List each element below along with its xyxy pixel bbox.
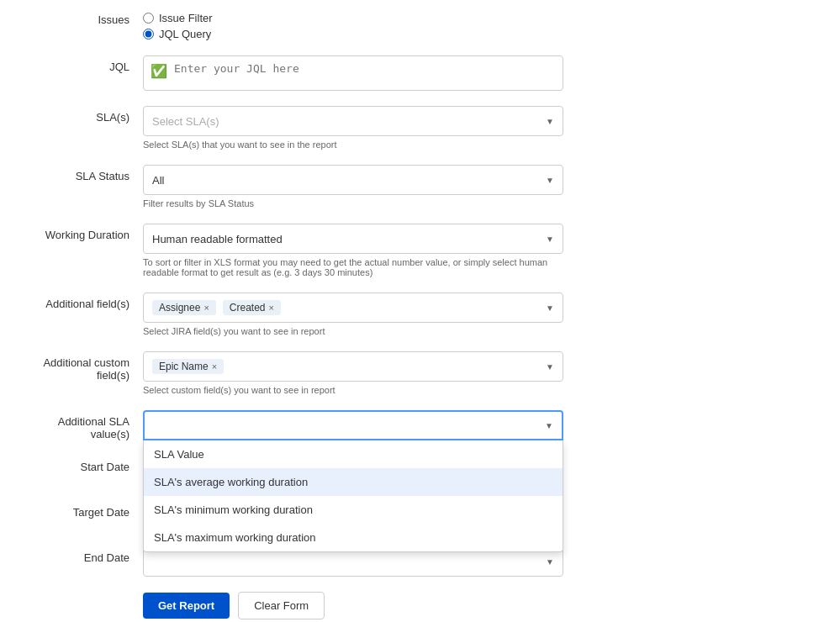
buttons-row: Get Report Clear Form — [17, 592, 823, 622]
additional-custom-hint: Select custom field(s) you want to see i… — [143, 385, 563, 395]
jql-query-input[interactable] — [143, 29, 154, 40]
sla-status-value: All — [152, 174, 164, 187]
additional-fields-row: Additional field(s) Assignee × Created ×… — [17, 293, 823, 336]
sla-status-select[interactable]: All ▼ — [143, 165, 563, 195]
additional-custom-label: Additional custom field(s) — [17, 351, 143, 382]
dropdown-sla-min[interactable]: SLA's minimum working duration — [144, 496, 563, 524]
jql-row: JQL ✅ — [17, 55, 823, 91]
issue-filter-input[interactable] — [143, 13, 154, 24]
additional-fields-control: Assignee × Created × ▼ Select JIRA field… — [143, 293, 563, 336]
end-date-arrow-icon: ▼ — [546, 557, 554, 567]
jql-query-label: JQL Query — [159, 28, 211, 40]
additional-custom-arrow-icon: ▼ — [546, 362, 554, 372]
end-date-label: End Date — [17, 546, 143, 564]
additional-sla-row: Additional SLA value(s) ▼ SLA Value SLA'… — [17, 410, 823, 440]
sla-control: Select SLA(s) ▼ Select SLA(s) that you w… — [143, 106, 563, 150]
working-duration-value: Human readable formatted — [152, 233, 283, 245]
sla-status-hint: Filter results by SLA Status — [143, 198, 563, 208]
sla-label: SLA(s) — [17, 106, 143, 124]
additional-sla-input[interactable] — [153, 419, 545, 432]
clear-form-button[interactable]: Clear Form — [238, 592, 325, 619]
working-duration-select[interactable]: Human readable formatted ▼ — [143, 224, 563, 254]
working-duration-control: Human readable formatted ▼ To sort or fi… — [143, 224, 563, 277]
additional-sla-select[interactable]: ▼ — [143, 410, 563, 440]
issues-control: Issue Filter JQL Query — [143, 8, 563, 40]
additional-custom-row: Additional custom field(s) Epic Name × ▼… — [17, 351, 823, 395]
sla-status-control: All ▼ Filter results by SLA Status — [143, 165, 563, 208]
get-report-button[interactable]: Get Report — [143, 593, 230, 619]
issues-label: Issues — [17, 8, 143, 26]
sla-placeholder: Select SLA(s) — [152, 115, 219, 128]
additional-fields-hint: Select JIRA field(s) you want to see in … — [143, 326, 563, 336]
issues-row: Issues Issue Filter JQL Query — [17, 8, 823, 40]
tag-created: Created × — [223, 300, 281, 315]
working-duration-row: Working Duration Human readable formatte… — [17, 224, 823, 277]
remove-epic-name-icon[interactable]: × — [212, 361, 217, 372]
remove-assignee-icon[interactable]: × — [203, 303, 209, 313]
button-group: Get Report Clear Form — [143, 592, 325, 619]
sla-status-label: SLA Status — [17, 165, 143, 182]
working-duration-arrow-icon: ▼ — [546, 235, 554, 244]
issues-radio-group: Issue Filter JQL Query — [143, 8, 563, 40]
issue-filter-label: Issue Filter — [159, 12, 213, 24]
issue-filter-radio[interactable]: Issue Filter — [143, 12, 563, 24]
sla-status-row: SLA Status All ▼ Filter results by SLA S… — [17, 165, 823, 208]
checkmark-icon: ✅ — [144, 56, 174, 86]
tag-assignee: Assignee × — [152, 300, 216, 315]
sla-row: SLA(s) Select SLA(s) ▼ Select SLA(s) tha… — [17, 106, 823, 150]
additional-fields-label: Additional field(s) — [17, 293, 143, 310]
jql-query-radio[interactable]: JQL Query — [143, 28, 563, 40]
additional-sla-wrapper: ▼ SLA Value SLA's average working durati… — [143, 410, 563, 440]
main-form: Issues Issue Filter JQL Query JQL ✅ — [0, 0, 840, 622]
tag-epic-name: Epic Name × — [152, 359, 224, 374]
dropdown-sla-max[interactable]: SLA's maximum working duration — [144, 524, 563, 551]
additional-sla-arrow-icon: ▼ — [545, 421, 553, 430]
additional-fields-arrow-icon: ▼ — [546, 303, 554, 313]
additional-sla-label: Additional SLA value(s) — [17, 410, 143, 440]
additional-sla-dropdown: SLA Value SLA's average working duration… — [143, 440, 563, 552]
jql-label: JQL — [17, 55, 143, 73]
remove-created-icon[interactable]: × — [269, 303, 274, 313]
jql-control: ✅ — [143, 55, 563, 91]
sla-status-arrow-icon: ▼ — [546, 176, 554, 185]
sla-select[interactable]: Select SLA(s) ▼ — [143, 106, 563, 136]
dropdown-sla-value[interactable]: SLA Value — [144, 440, 563, 468]
target-date-label: Target Date — [17, 501, 143, 519]
additional-sla-control: ▼ SLA Value SLA's average working durati… — [143, 410, 563, 440]
jql-textarea[interactable] — [174, 56, 563, 90]
working-duration-label: Working Duration — [17, 224, 143, 241]
additional-fields-select[interactable]: Assignee × Created × ▼ — [143, 293, 563, 323]
additional-custom-control: Epic Name × ▼ Select custom field(s) you… — [143, 351, 563, 395]
buttons-spacer — [17, 592, 143, 597]
dropdown-sla-avg[interactable]: SLA's average working duration — [144, 468, 563, 496]
sla-arrow-icon: ▼ — [546, 117, 554, 126]
sla-hint: Select SLA(s) that you want to see in th… — [143, 140, 563, 150]
additional-custom-select[interactable]: Epic Name × ▼ — [143, 351, 563, 382]
start-date-label: Start Date — [17, 456, 143, 473]
jql-wrapper: ✅ — [143, 55, 563, 91]
working-duration-hint: To sort or filter in XLS format you may … — [143, 257, 563, 277]
